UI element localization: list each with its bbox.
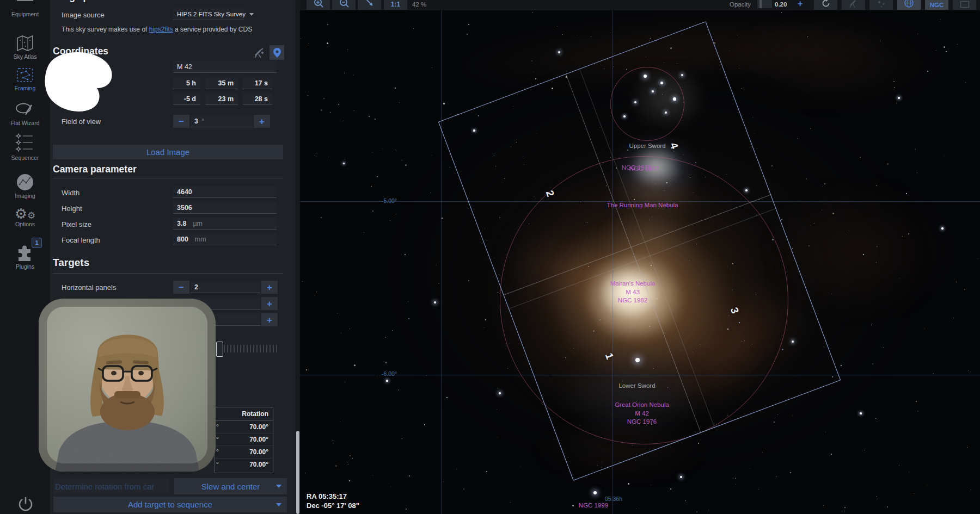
zoom-percent: 42 % [412,1,426,8]
horizontal-panels-label: Horizontal panels [62,283,116,292]
sidebar-item-label: Flat Wizard [0,120,50,126]
constellation-boundaries-button[interactable] [953,0,976,10]
sidebar-item-label: Options [0,221,50,227]
zoom-out-icon [339,0,350,8]
sky-toolbar: 1:1 42 % Opacity 0.20 + [300,0,980,10]
horizontal-panels-increment[interactable]: + [261,281,278,294]
pixel-size-input[interactable]: 3.8µm [173,218,277,230]
ra-seconds-input[interactable]: 17 s [243,78,272,89]
plus-icon: + [267,315,272,325]
grid-label: -6.00° [382,370,397,377]
ra-minutes-input[interactable]: 35 m [205,78,238,89]
table-row: °70.00° [215,433,273,445]
sidebar-item-label: Imaging [0,193,50,199]
sidebar-item-equipment[interactable]: Equipment [0,0,50,17]
panel-scrollbar-thumb[interactable] [296,431,299,514]
camera-row-label: Focal length [62,236,100,244]
plugins-badge: 1 [32,238,42,248]
slew-to-coordinates-button[interactable] [252,45,266,60]
label-m42: M 42 [635,410,649,417]
annotation-blob [41,49,117,114]
camera-width-input[interactable]: 4640 [173,186,277,198]
location-pin-icon [273,47,281,58]
camera-height-input[interactable]: 3506 [173,202,277,214]
camera-row-label: Height [62,205,82,213]
image-source-label: Image source [62,11,105,19]
sky-atlas-icon [15,34,35,53]
sidebar-item-options[interactable]: ⚙⚙ Options [0,207,50,227]
ngc-button-label: NGC [930,2,944,8]
grid-label: -5.00° [382,197,397,204]
overlap-increment[interactable]: + [261,313,278,326]
use-current-location-button[interactable] [270,45,284,60]
zoom-in-icon [313,0,324,8]
dec-minutes-input[interactable]: 23 m [205,94,238,105]
gear-icon: ⚙⚙ [0,207,50,221]
survey-note-suffix: a service provided by CDS [175,26,252,33]
rotate-icon [821,0,831,8]
one-to-one-label: 1:1 [391,1,400,8]
horizontal-panels-decrement[interactable]: − [173,281,189,294]
sidebar-item-sequencer[interactable]: Sequencer [0,132,50,161]
grid-overlay-button[interactable] [897,0,921,10]
vertical-panels-increment[interactable]: + [261,297,278,310]
label-ngc1977: NGC 1977 [629,165,659,172]
horizontal-panels-input[interactable]: 2 [191,281,260,293]
cursor-coordinates-readout: RA 05:35:17 Dec -05° 17' 08" [307,492,359,510]
chevron-down-icon [276,503,281,506]
sidebar-item-plugins[interactable]: Plugins 1 [0,243,50,270]
boundary-rect-icon [960,1,970,8]
stars-overlay-button[interactable] [869,0,893,10]
rotate-view-button[interactable] [814,0,837,10]
dec-seconds-input[interactable]: 28 s [243,94,272,105]
targets-header: Targets [53,257,89,269]
fov-increment-button[interactable]: + [254,115,270,128]
determine-rotation-button[interactable]: Determine rotation from car [53,478,169,494]
globe-grid-icon [904,0,914,8]
label-upper-sword: Upper Sword [629,143,665,149]
overlap-slider-track[interactable] [217,345,278,352]
table-row: °70.00° [215,420,273,433]
fov-decrement-button[interactable]: − [173,115,189,128]
label-ngc1999: NGC 1999 [579,502,608,509]
camera-parameter-header: Camera parameter [53,164,137,175]
sidebar-item-label: Plugins [0,263,50,270]
chevron-down-icon [249,13,254,16]
slew-overlay-button[interactable] [842,0,865,10]
zoom-1-1-button[interactable]: 1:1 [384,0,407,10]
grid-label: 05:36h [605,496,622,502]
sky-chart[interactable]: -5.00° -6.00° 05:36h 1 2 3 4 Upper Sword… [300,0,980,514]
hips2fits-link[interactable]: hips2fits [149,26,173,33]
opacity-slider[interactable] [757,0,772,8]
focal-length-input[interactable]: 800mm [173,233,277,245]
load-image-button[interactable]: Load Image [53,145,283,159]
opacity-label: Opacity [730,1,751,8]
survey-note-prefix: This sky survey makes use of [62,26,147,33]
label-ngc1982: NGC 1982 [618,297,647,304]
target-name-input[interactable]: M 42 [173,61,277,73]
target-name-value: M 42 [177,63,192,71]
pan-button[interactable] [358,0,381,10]
overlap-slider-thumb[interactable] [216,342,223,357]
flat-wizard-icon [15,100,35,120]
label-lower-sword: Lower Sword [618,382,655,389]
image-parameter-header: Image parameter [53,0,129,3]
sidebar-item-imaging[interactable]: Imaging [0,172,50,199]
dec-degrees-input[interactable]: -5 d [173,94,200,105]
slew-and-center-button[interactable]: Slew and center [174,478,287,494]
stars-icon [877,0,886,8]
crosshair-plus-icon[interactable]: + [798,0,803,9]
zoom-in-button[interactable] [307,0,330,10]
add-target-to-sequence-button[interactable]: Add target to sequence [53,497,287,512]
ngc-overlay-button[interactable]: NGC [925,0,948,10]
image-source-dropdown[interactable]: HIPS 2 FITS Sky Survey [173,8,244,20]
readout-dec: Dec -05° 17' 08" [307,501,359,510]
minus-icon: − [179,283,184,292]
zoom-out-button[interactable] [332,0,356,10]
nina-framing-window: Equipment Sky Atlas Framing [0,0,980,514]
power-icon[interactable] [17,496,34,514]
fov-input[interactable]: 3 ° [191,115,253,127]
sequencer-icon [14,132,36,154]
ra-hours-input[interactable]: 5 h [173,78,200,89]
label-m43: M 43 [626,289,640,295]
